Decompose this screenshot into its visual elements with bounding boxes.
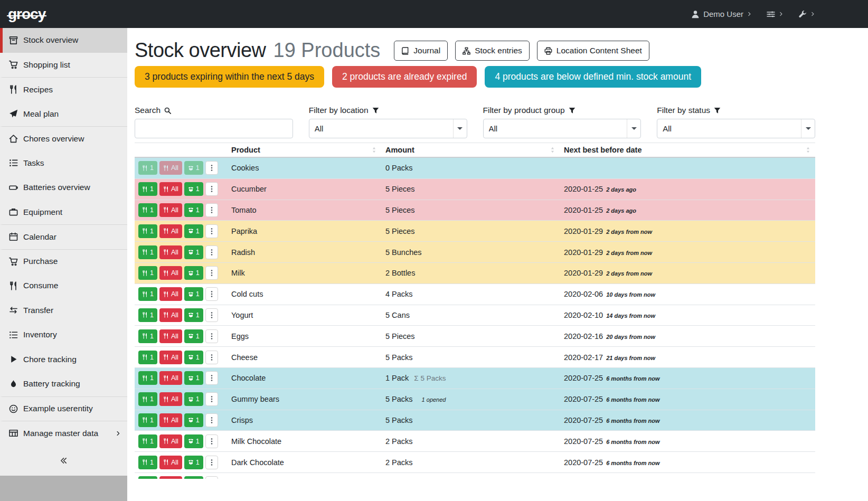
settings-menu[interactable] bbox=[767, 10, 784, 18]
sidebar-collapse-button[interactable] bbox=[0, 446, 127, 476]
consume-one-button[interactable]: 1 bbox=[138, 182, 157, 196]
row-menu-button[interactable] bbox=[205, 224, 218, 238]
row-menu-button[interactable] bbox=[205, 329, 218, 343]
open-one-button[interactable]: 1 bbox=[184, 413, 203, 427]
row-menu-button[interactable] bbox=[205, 287, 218, 301]
consume-one-button[interactable]: 1 bbox=[138, 456, 157, 469]
open-one-button[interactable]: 1 bbox=[184, 329, 203, 343]
admin-menu[interactable] bbox=[798, 10, 815, 18]
open-one-button[interactable]: 1 bbox=[184, 287, 203, 301]
consume-one-button[interactable]: 1 bbox=[138, 371, 157, 385]
sidebar-item-shopping-list[interactable]: Shopping list bbox=[0, 53, 127, 78]
consume-all-button[interactable]: All bbox=[159, 308, 182, 322]
row-menu-button[interactable] bbox=[205, 476, 218, 479]
consume-one-button[interactable]: 1 bbox=[138, 476, 157, 479]
consume-one-button[interactable]: 1 bbox=[138, 287, 157, 301]
open-one-button[interactable]: 1 bbox=[184, 476, 203, 479]
sidebar-item-consume[interactable]: Consume bbox=[0, 273, 127, 298]
consume-all-button[interactable]: All bbox=[159, 456, 182, 469]
open-one-button[interactable]: 1 bbox=[184, 308, 203, 322]
location-filter-select[interactable]: All bbox=[309, 119, 467, 138]
sidebar-item-tasks[interactable]: Tasks bbox=[0, 151, 127, 176]
consume-all-button[interactable]: All bbox=[159, 161, 182, 175]
row-menu-button[interactable] bbox=[205, 161, 218, 175]
row-menu-button[interactable] bbox=[205, 371, 218, 385]
consume-all-button[interactable]: All bbox=[159, 476, 182, 479]
sidebar-item-meal-plan[interactable]: Meal plan bbox=[0, 102, 127, 127]
row-menu-button[interactable] bbox=[205, 266, 218, 280]
row-menu-button[interactable] bbox=[205, 308, 218, 322]
sidebar-item-transfer[interactable]: Transfer bbox=[0, 298, 127, 323]
consume-one-button[interactable]: 1 bbox=[138, 434, 157, 448]
search-input[interactable] bbox=[135, 119, 293, 138]
open-one-button[interactable]: 1 bbox=[184, 182, 203, 196]
consume-one-button[interactable]: 1 bbox=[138, 329, 157, 343]
row-menu-button[interactable] bbox=[205, 392, 218, 406]
sidebar-item-chores-overview[interactable]: Chores overview bbox=[0, 126, 127, 151]
row-menu-button[interactable] bbox=[205, 434, 218, 448]
user-menu[interactable]: Demo User bbox=[691, 10, 752, 18]
sidebar-item-purchase[interactable]: Purchase bbox=[0, 249, 127, 274]
alert-expired[interactable]: 2 products are already expired bbox=[332, 66, 477, 88]
consume-all-button[interactable]: All bbox=[159, 224, 182, 238]
consume-one-button[interactable]: 1 bbox=[138, 245, 157, 259]
row-menu-button[interactable] bbox=[205, 351, 218, 364]
row-menu-button[interactable] bbox=[205, 245, 218, 259]
consume-all-button[interactable]: All bbox=[159, 287, 182, 301]
open-one-button[interactable]: 1 bbox=[184, 351, 203, 364]
open-one-button[interactable]: 1 bbox=[184, 245, 203, 259]
consume-one-button[interactable]: 1 bbox=[138, 351, 157, 364]
column-header-next-best-before-date[interactable]: Next best before date bbox=[560, 143, 815, 157]
consume-all-button[interactable]: All bbox=[159, 329, 182, 343]
open-one-button[interactable]: 1 bbox=[184, 392, 203, 406]
location-content-sheet-button[interactable]: Location Content Sheet bbox=[537, 41, 649, 61]
open-one-button[interactable]: 1 bbox=[184, 371, 203, 385]
open-one-button[interactable]: 1 bbox=[184, 203, 203, 217]
sidebar-item-manage-master-data[interactable]: Manage master data bbox=[0, 421, 127, 446]
alert-expiring-soon[interactable]: 3 products expiring within the next 5 da… bbox=[135, 66, 324, 88]
consume-one-button[interactable]: 1 bbox=[138, 308, 157, 322]
sidebar-item-batteries-overview[interactable]: Batteries overview bbox=[0, 175, 127, 200]
row-menu-button[interactable] bbox=[205, 182, 218, 196]
alert-below-min-stock[interactable]: 4 products are below defined min. stock … bbox=[485, 66, 701, 88]
consume-one-button[interactable]: 1 bbox=[138, 413, 157, 427]
open-one-button[interactable]: 1 bbox=[184, 434, 203, 448]
row-menu-button[interactable] bbox=[205, 203, 218, 217]
row-menu-button[interactable] bbox=[205, 413, 218, 427]
consume-all-button[interactable]: All bbox=[159, 203, 182, 217]
consume-all-button[interactable]: All bbox=[159, 245, 182, 259]
sidebar-item-example-userentity[interactable]: Example userentity bbox=[0, 396, 127, 421]
column-header-amount[interactable]: Amount bbox=[381, 143, 560, 157]
status-filter-select[interactable]: All bbox=[657, 119, 815, 138]
consume-all-button[interactable]: All bbox=[159, 413, 182, 427]
sidebar-item-equipment[interactable]: Equipment bbox=[0, 200, 127, 225]
consume-one-button[interactable]: 1 bbox=[138, 161, 157, 175]
consume-one-button[interactable]: 1 bbox=[138, 266, 157, 280]
column-header-product[interactable]: Product bbox=[227, 143, 381, 157]
stock-entries-button[interactable]: Stock entries bbox=[455, 41, 530, 61]
product-group-filter-select[interactable]: All bbox=[483, 119, 641, 138]
open-one-button[interactable]: 1 bbox=[184, 224, 203, 238]
sidebar-item-battery-tracking[interactable]: Battery tracking bbox=[0, 372, 127, 396]
consume-all-button[interactable]: All bbox=[159, 371, 182, 385]
consume-all-button[interactable]: All bbox=[159, 434, 182, 448]
journal-button[interactable]: Journal bbox=[394, 41, 448, 61]
consume-all-button[interactable]: All bbox=[159, 351, 182, 364]
open-one-button[interactable]: 1 bbox=[184, 456, 203, 469]
consume-one-button[interactable]: 1 bbox=[138, 224, 157, 238]
row-menu-button[interactable] bbox=[205, 456, 218, 469]
amount-cell: 1 PackΣ 5 Packs bbox=[381, 374, 560, 382]
consume-all-button[interactable]: All bbox=[159, 182, 182, 196]
sidebar-item-chore-tracking[interactable]: Chore tracking bbox=[0, 347, 127, 372]
sidebar-item-stock-overview[interactable]: Stock overview bbox=[0, 28, 127, 53]
consume-all-button[interactable]: All bbox=[159, 266, 182, 280]
consume-one-button[interactable]: 1 bbox=[138, 392, 157, 406]
grocy-logo[interactable]: grocy bbox=[8, 7, 45, 22]
consume-all-button[interactable]: All bbox=[159, 392, 182, 406]
open-one-button[interactable]: 1 bbox=[184, 161, 203, 175]
open-one-button[interactable]: 1 bbox=[184, 266, 203, 280]
consume-one-button[interactable]: 1 bbox=[138, 203, 157, 217]
sidebar-item-recipes[interactable]: Recipes bbox=[0, 77, 127, 102]
sidebar-item-inventory[interactable]: Inventory bbox=[0, 323, 127, 347]
sidebar-item-calendar[interactable]: Calendar bbox=[0, 224, 127, 249]
